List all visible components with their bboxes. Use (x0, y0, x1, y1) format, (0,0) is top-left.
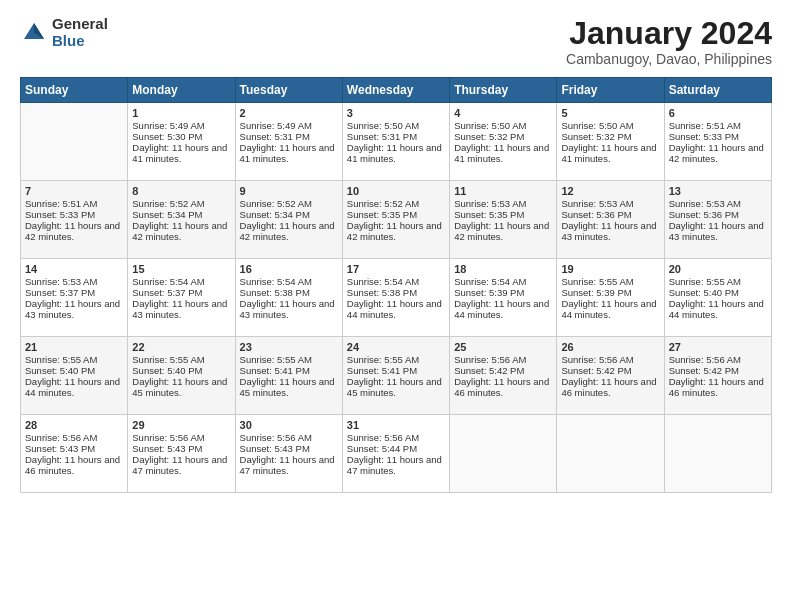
daylight-text: Daylight: 11 hours and 46 minutes. (669, 376, 767, 398)
calendar-cell: 22Sunrise: 5:55 AMSunset: 5:40 PMDayligh… (128, 337, 235, 415)
daylight-text: Daylight: 11 hours and 42 minutes. (240, 220, 338, 242)
calendar-week-row: 28Sunrise: 5:56 AMSunset: 5:43 PMDayligh… (21, 415, 772, 493)
daylight-text: Daylight: 11 hours and 47 minutes. (240, 454, 338, 476)
logo-icon (20, 19, 48, 47)
day-number: 3 (347, 107, 445, 119)
calendar-cell (450, 415, 557, 493)
col-header-saturday: Saturday (664, 78, 771, 103)
calendar-week-row: 7Sunrise: 5:51 AMSunset: 5:33 PMDaylight… (21, 181, 772, 259)
sunset-text: Sunset: 5:35 PM (347, 209, 445, 220)
daylight-text: Daylight: 11 hours and 45 minutes. (347, 376, 445, 398)
daylight-text: Daylight: 11 hours and 43 minutes. (669, 220, 767, 242)
day-number: 1 (132, 107, 230, 119)
day-number: 14 (25, 263, 123, 275)
calendar-cell: 9Sunrise: 5:52 AMSunset: 5:34 PMDaylight… (235, 181, 342, 259)
calendar-cell: 30Sunrise: 5:56 AMSunset: 5:43 PMDayligh… (235, 415, 342, 493)
header: General Blue January 2024 Cambanugoy, Da… (20, 16, 772, 67)
logo: General Blue (20, 16, 108, 49)
day-number: 6 (669, 107, 767, 119)
title-block: January 2024 Cambanugoy, Davao, Philippi… (566, 16, 772, 67)
sunset-text: Sunset: 5:34 PM (132, 209, 230, 220)
day-number: 19 (561, 263, 659, 275)
sunset-text: Sunset: 5:33 PM (669, 131, 767, 142)
sunrise-text: Sunrise: 5:55 AM (347, 354, 445, 365)
calendar-week-row: 14Sunrise: 5:53 AMSunset: 5:37 PMDayligh… (21, 259, 772, 337)
sunrise-text: Sunrise: 5:56 AM (454, 354, 552, 365)
day-number: 9 (240, 185, 338, 197)
sunset-text: Sunset: 5:38 PM (240, 287, 338, 298)
calendar-cell: 16Sunrise: 5:54 AMSunset: 5:38 PMDayligh… (235, 259, 342, 337)
sunrise-text: Sunrise: 5:52 AM (132, 198, 230, 209)
calendar-cell: 19Sunrise: 5:55 AMSunset: 5:39 PMDayligh… (557, 259, 664, 337)
sunrise-text: Sunrise: 5:55 AM (132, 354, 230, 365)
sunset-text: Sunset: 5:40 PM (669, 287, 767, 298)
sunrise-text: Sunrise: 5:54 AM (347, 276, 445, 287)
sunrise-text: Sunrise: 5:50 AM (347, 120, 445, 131)
calendar-cell: 6Sunrise: 5:51 AMSunset: 5:33 PMDaylight… (664, 103, 771, 181)
day-number: 13 (669, 185, 767, 197)
day-number: 24 (347, 341, 445, 353)
month-title: January 2024 (566, 16, 772, 51)
calendar-cell: 4Sunrise: 5:50 AMSunset: 5:32 PMDaylight… (450, 103, 557, 181)
sunset-text: Sunset: 5:43 PM (25, 443, 123, 454)
daylight-text: Daylight: 11 hours and 46 minutes. (561, 376, 659, 398)
calendar-table: SundayMondayTuesdayWednesdayThursdayFrid… (20, 77, 772, 493)
day-number: 17 (347, 263, 445, 275)
day-number: 12 (561, 185, 659, 197)
sunrise-text: Sunrise: 5:49 AM (240, 120, 338, 131)
sunset-text: Sunset: 5:39 PM (561, 287, 659, 298)
sunset-text: Sunset: 5:39 PM (454, 287, 552, 298)
daylight-text: Daylight: 11 hours and 47 minutes. (347, 454, 445, 476)
calendar-cell: 3Sunrise: 5:50 AMSunset: 5:31 PMDaylight… (342, 103, 449, 181)
sunrise-text: Sunrise: 5:53 AM (25, 276, 123, 287)
daylight-text: Daylight: 11 hours and 41 minutes. (132, 142, 230, 164)
sunrise-text: Sunrise: 5:56 AM (669, 354, 767, 365)
day-number: 16 (240, 263, 338, 275)
daylight-text: Daylight: 11 hours and 45 minutes. (132, 376, 230, 398)
sunset-text: Sunset: 5:40 PM (25, 365, 123, 376)
sunrise-text: Sunrise: 5:55 AM (25, 354, 123, 365)
sunset-text: Sunset: 5:40 PM (132, 365, 230, 376)
daylight-text: Daylight: 11 hours and 45 minutes. (240, 376, 338, 398)
sunset-text: Sunset: 5:35 PM (454, 209, 552, 220)
sunrise-text: Sunrise: 5:53 AM (669, 198, 767, 209)
sunrise-text: Sunrise: 5:52 AM (347, 198, 445, 209)
sunrise-text: Sunrise: 5:56 AM (561, 354, 659, 365)
calendar-cell: 1Sunrise: 5:49 AMSunset: 5:30 PMDaylight… (128, 103, 235, 181)
daylight-text: Daylight: 11 hours and 42 minutes. (454, 220, 552, 242)
day-number: 22 (132, 341, 230, 353)
calendar-cell: 14Sunrise: 5:53 AMSunset: 5:37 PMDayligh… (21, 259, 128, 337)
col-header-sunday: Sunday (21, 78, 128, 103)
sunset-text: Sunset: 5:42 PM (561, 365, 659, 376)
day-number: 15 (132, 263, 230, 275)
daylight-text: Daylight: 11 hours and 42 minutes. (669, 142, 767, 164)
day-number: 27 (669, 341, 767, 353)
sunrise-text: Sunrise: 5:55 AM (240, 354, 338, 365)
day-number: 7 (25, 185, 123, 197)
daylight-text: Daylight: 11 hours and 43 minutes. (561, 220, 659, 242)
sunrise-text: Sunrise: 5:54 AM (454, 276, 552, 287)
sunset-text: Sunset: 5:34 PM (240, 209, 338, 220)
location: Cambanugoy, Davao, Philippines (566, 51, 772, 67)
calendar-cell: 21Sunrise: 5:55 AMSunset: 5:40 PMDayligh… (21, 337, 128, 415)
sunrise-text: Sunrise: 5:53 AM (561, 198, 659, 209)
daylight-text: Daylight: 11 hours and 43 minutes. (132, 298, 230, 320)
logo-blue-text: Blue (52, 33, 108, 50)
sunrise-text: Sunrise: 5:55 AM (561, 276, 659, 287)
calendar-cell: 7Sunrise: 5:51 AMSunset: 5:33 PMDaylight… (21, 181, 128, 259)
day-number: 2 (240, 107, 338, 119)
col-header-wednesday: Wednesday (342, 78, 449, 103)
daylight-text: Daylight: 11 hours and 42 minutes. (347, 220, 445, 242)
logo-text: General Blue (52, 16, 108, 49)
calendar-cell: 31Sunrise: 5:56 AMSunset: 5:44 PMDayligh… (342, 415, 449, 493)
day-number: 20 (669, 263, 767, 275)
day-number: 4 (454, 107, 552, 119)
calendar-week-row: 1Sunrise: 5:49 AMSunset: 5:30 PMDaylight… (21, 103, 772, 181)
day-number: 29 (132, 419, 230, 431)
sunset-text: Sunset: 5:31 PM (347, 131, 445, 142)
col-header-friday: Friday (557, 78, 664, 103)
sunrise-text: Sunrise: 5:56 AM (25, 432, 123, 443)
calendar-cell: 13Sunrise: 5:53 AMSunset: 5:36 PMDayligh… (664, 181, 771, 259)
sunrise-text: Sunrise: 5:51 AM (669, 120, 767, 131)
sunrise-text: Sunrise: 5:56 AM (347, 432, 445, 443)
